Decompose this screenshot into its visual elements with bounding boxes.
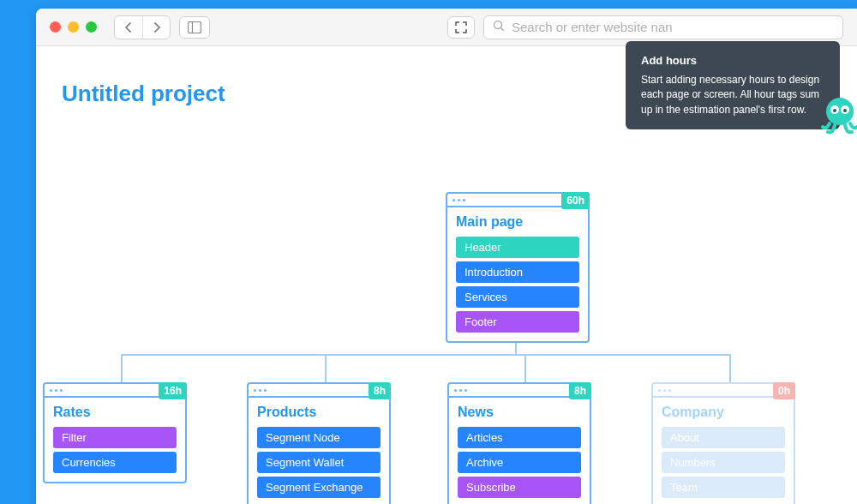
section-segment-wallet[interactable]: Segment Wallet (257, 452, 381, 473)
hours-badge[interactable]: 0h (773, 382, 795, 399)
svg-point-7 (833, 109, 836, 112)
hours-badge[interactable]: 60h (561, 192, 590, 209)
minimize-window-button[interactable] (68, 21, 79, 33)
section-footer[interactable]: Footer (456, 311, 579, 333)
nav-group (114, 15, 171, 39)
maximize-window-button[interactable] (86, 21, 97, 33)
page-content: Untitled project Add hours Start adding … (36, 46, 857, 504)
node-title[interactable]: Main page (456, 214, 579, 230)
node-title[interactable]: Products (257, 405, 381, 420)
fullscreen-button[interactable] (447, 16, 475, 39)
back-button[interactable] (115, 16, 142, 39)
node-company[interactable]: 0h Company About Numbers Team (651, 382, 795, 504)
browser-window: Search or enter website nan Untitled pro… (36, 9, 857, 504)
svg-line-3 (501, 28, 505, 32)
node-main-page[interactable]: 60h Main page Header Introduction Servic… (446, 192, 590, 343)
sidebar-toggle-button[interactable] (179, 16, 210, 39)
section-numbers[interactable]: Numbers (662, 452, 785, 473)
svg-point-4 (826, 98, 854, 125)
section-filter[interactable]: Filter (53, 427, 177, 448)
section-header[interactable]: Header (456, 237, 579, 258)
node-rates[interactable]: 16h Rates Filter Currencies (43, 382, 187, 483)
section-services[interactable]: Services (456, 286, 579, 308)
hours-badge[interactable]: 8h (369, 382, 391, 399)
section-segment-node[interactable]: Segment Node (257, 427, 381, 448)
section-segment-exchange[interactable]: Segment Exchange (257, 477, 381, 498)
traffic-lights (50, 21, 97, 33)
svg-rect-0 (189, 21, 201, 33)
section-about[interactable]: About (662, 427, 785, 448)
section-articles[interactable]: Articles (458, 427, 581, 448)
hint-body: Start adding necessary hours to design e… (641, 73, 824, 117)
url-bar[interactable]: Search or enter website nan (483, 15, 843, 39)
section-introduction[interactable]: Introduction (456, 261, 579, 283)
node-products[interactable]: 8h Products Segment Node Segment Wallet … (247, 382, 391, 504)
hint-title: Add hours (641, 53, 824, 69)
hours-badge[interactable]: 8h (569, 382, 591, 399)
node-title[interactable]: Rates (53, 405, 177, 420)
node-title[interactable]: Company (662, 405, 785, 420)
hours-badge[interactable]: 16h (159, 382, 187, 399)
search-icon (493, 20, 505, 34)
forward-button[interactable] (142, 16, 170, 39)
close-window-button[interactable] (50, 21, 61, 33)
svg-point-2 (494, 21, 502, 29)
hint-tooltip: Add hours Start adding necessary hours t… (626, 41, 840, 129)
svg-point-8 (843, 109, 847, 112)
node-news[interactable]: 8h News Articles Archive Subscribe (447, 382, 591, 504)
url-placeholder: Search or enter website nan (512, 20, 673, 34)
node-title[interactable]: News (458, 405, 581, 420)
section-archive[interactable]: Archive (458, 452, 581, 473)
mascot-icon[interactable] (814, 89, 857, 141)
section-currencies[interactable]: Currencies (53, 452, 177, 473)
section-subscribe[interactable]: Subscribe (458, 477, 581, 498)
section-team[interactable]: Team (662, 477, 785, 498)
